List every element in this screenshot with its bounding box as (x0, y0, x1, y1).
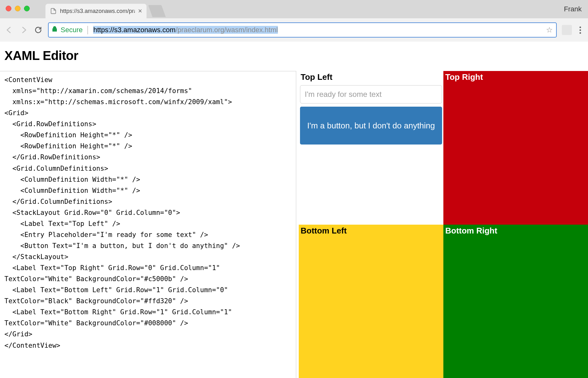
extension-button[interactable] (562, 25, 572, 35)
url-text: https://s3.amazonaws.com/praeclarum.org/… (93, 26, 278, 34)
xaml-editor[interactable]: <ContentView xmlns="http://xamarin.com/s… (0, 71, 296, 378)
window-minimize-button[interactable] (15, 6, 21, 11)
tab-close-button[interactable]: × (138, 8, 142, 15)
new-tab-button[interactable] (148, 5, 166, 17)
omnibox-divider: │ (86, 26, 90, 34)
cell-top-left: Top Left I'm a button, but I don't do an… (299, 71, 443, 225)
tab-strip: https://s3.amazonaws.com/pra × Frank (0, 0, 588, 18)
preview-grid: Top Left I'm a button, but I don't do an… (299, 71, 588, 378)
nav-back-button[interactable] (4, 25, 14, 35)
window-zoom-button[interactable] (24, 6, 30, 11)
reload-button[interactable] (33, 25, 43, 35)
window-controls (6, 6, 30, 11)
url-path: /praeclarum.org/wasm/index.html (176, 26, 278, 34)
address-bar[interactable]: Secure │ https://s3.amazonaws.com/praecl… (48, 22, 557, 38)
lock-icon (52, 26, 57, 34)
browser-tab-title: https://s3.amazonaws.com/pra (60, 8, 135, 15)
label-bottom-right: Bottom Right (443, 225, 588, 239)
secure-label: Secure (61, 26, 83, 34)
cell-top-right: Top Right (443, 71, 588, 225)
demo-button[interactable]: I'm a button, but I don't do anything (300, 107, 442, 145)
workspace: <ContentView xmlns="http://xamarin.com/s… (0, 71, 588, 378)
page-favicon-icon (50, 8, 57, 15)
bookmark-star-icon[interactable]: ☆ (546, 26, 553, 34)
cell-bottom-left: Bottom Left (299, 225, 443, 378)
chrome-menu-button[interactable] (577, 25, 584, 35)
profile-name[interactable]: Frank (564, 5, 582, 13)
window-close-button[interactable] (6, 6, 11, 11)
browser-toolbar: Secure │ https://s3.amazonaws.com/praecl… (0, 18, 588, 42)
label-top-left: Top Left (299, 71, 443, 85)
nav-forward-button[interactable] (19, 25, 28, 35)
cell-bottom-right: Bottom Right (443, 225, 588, 378)
page-content: XAML Editor <ContentView xmlns="http://x… (0, 42, 588, 378)
label-top-right: Top Right (443, 71, 588, 85)
entry-input[interactable] (300, 85, 442, 103)
label-bottom-left: Bottom Left (299, 225, 443, 239)
page-title: XAML Editor (0, 42, 588, 71)
url-host: https://s3.amazonaws.com (93, 26, 175, 34)
browser-tab[interactable]: https://s3.amazonaws.com/pra × (45, 4, 147, 18)
browser-chrome: https://s3.amazonaws.com/pra × Frank Sec… (0, 0, 588, 42)
